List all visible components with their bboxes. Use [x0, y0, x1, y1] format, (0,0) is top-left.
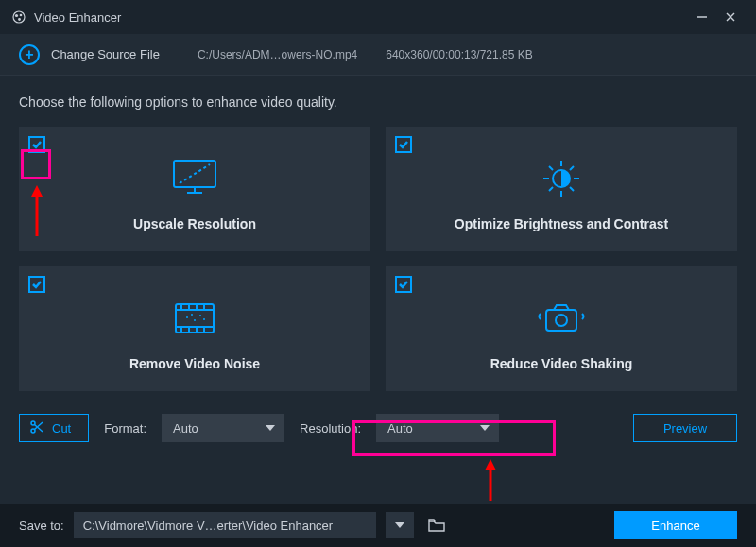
card-upscale-resolution[interactable]: Upscale Resolution [19, 127, 370, 251]
resolution-value: Auto [387, 421, 413, 436]
resolution-dropdown[interactable]: Auto [376, 414, 499, 442]
add-source-icon[interactable]: + [19, 44, 40, 65]
svg-point-38 [31, 421, 35, 425]
svg-point-37 [556, 315, 567, 326]
svg-point-34 [191, 314, 193, 316]
svg-point-35 [203, 318, 205, 320]
checkbox-noise[interactable] [28, 276, 45, 293]
svg-line-18 [570, 166, 574, 170]
card-brightness-contrast[interactable]: Optimize Brightness and Contrast [386, 127, 737, 251]
enhance-button[interactable]: Enhance [614, 511, 737, 539]
save-to-label: Save to: [19, 519, 64, 533]
titlebar: Video Enhancer [0, 0, 756, 34]
svg-marker-45 [485, 459, 496, 470]
card-label: Upscale Resolution [133, 216, 256, 231]
bottom-bar: Save to: C:\Vidmore\Vidmore V…erter\Vide… [0, 504, 756, 547]
cut-button[interactable]: Cut [19, 414, 89, 442]
chevron-down-icon [395, 522, 404, 528]
enhance-label: Enhance [651, 519, 699, 533]
format-value: Auto [173, 421, 198, 436]
window-title: Video Enhancer [34, 10, 121, 25]
card-remove-noise[interactable]: Remove Video Noise [19, 266, 370, 391]
svg-point-39 [31, 429, 35, 433]
chevron-down-icon [480, 425, 490, 431]
svg-point-3 [18, 18, 21, 21]
format-label: Format: [104, 421, 146, 436]
controls-row: Cut Format: Auto Resolution: Auto Previe… [0, 391, 756, 442]
enhance-options-grid: Upscale Resolution Optimize Brightness a… [0, 117, 756, 391]
checkbox-upscale[interactable] [28, 136, 45, 153]
save-path-text: C:\Vidmore\Vidmore V…erter\Video Enhance… [83, 519, 333, 533]
film-noise-icon [162, 292, 228, 345]
svg-point-1 [15, 14, 18, 17]
card-reduce-shaking[interactable]: Reduce Video Shaking [386, 266, 737, 391]
svg-rect-36 [546, 310, 576, 331]
card-label: Remove Video Noise [129, 356, 260, 371]
resolution-label: Resolution: [300, 421, 361, 436]
svg-line-16 [549, 166, 553, 170]
svg-line-17 [570, 187, 574, 191]
svg-line-19 [549, 187, 553, 191]
browse-folder-button[interactable] [423, 512, 450, 538]
cut-label: Cut [52, 421, 71, 436]
source-meta: 640x360/00:00:13/721.85 KB [386, 48, 532, 61]
svg-point-32 [194, 319, 196, 321]
brightness-icon [528, 152, 594, 205]
save-path-field[interactable]: C:\Vidmore\Vidmore V…erter\Video Enhance… [74, 512, 376, 538]
change-source-link[interactable]: Change Source File [51, 47, 160, 61]
save-path-dropdown[interactable] [386, 512, 414, 538]
card-label: Reduce Video Shaking [490, 356, 633, 371]
svg-point-2 [20, 14, 23, 17]
annotation-arrow-resolution [484, 459, 497, 504]
svg-point-31 [186, 316, 188, 318]
source-path: C:/Users/ADM…owers-NO.mp4 [198, 48, 357, 61]
monitor-icon [162, 152, 228, 205]
instruction-text: Choose the following options to enhance … [0, 76, 756, 117]
close-button[interactable] [716, 3, 745, 31]
preview-label: Preview [663, 421, 707, 436]
svg-point-33 [199, 315, 201, 316]
card-label: Optimize Brightness and Contrast [455, 216, 668, 231]
scissors-icon [29, 419, 44, 437]
app-icon [11, 9, 26, 25]
checkbox-shaking[interactable] [395, 276, 412, 293]
minimize-button[interactable] [688, 3, 716, 31]
chevron-down-icon [266, 425, 275, 431]
format-dropdown[interactable]: Auto [162, 414, 284, 442]
camera-shake-icon [528, 292, 594, 345]
preview-button[interactable]: Preview [633, 414, 737, 442]
checkbox-brightness[interactable] [395, 136, 412, 153]
source-bar: + Change Source File C:/Users/ADM…owers-… [0, 34, 756, 76]
svg-line-8 [180, 164, 210, 183]
svg-point-0 [13, 11, 25, 23]
